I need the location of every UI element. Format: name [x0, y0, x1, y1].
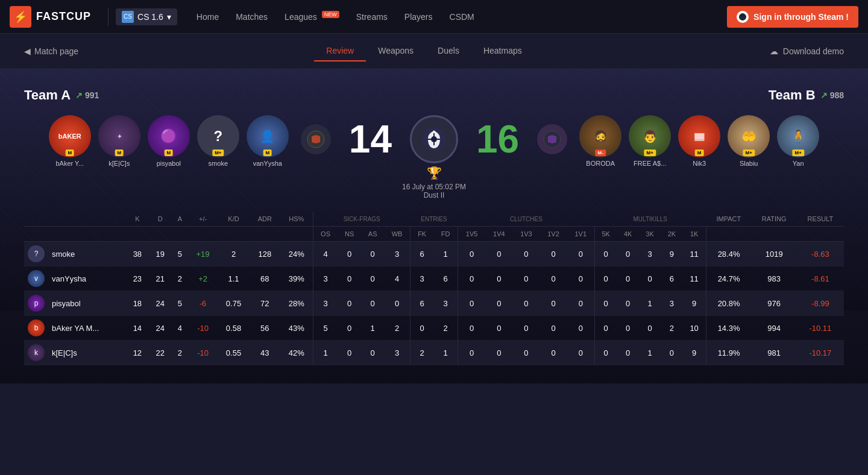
a-header: A — [172, 212, 189, 227]
row-d: 24 — [149, 291, 172, 316]
k1-sub: 1K — [683, 227, 706, 242]
row-impact: 14.3% — [706, 316, 751, 341]
row-v2: 0 — [539, 316, 567, 341]
row-avatar-cell: v — [24, 266, 48, 291]
ns-sub: NS — [338, 227, 361, 242]
row-k5: 0 — [594, 316, 617, 341]
player-free: 👨 M+ FREE A$... — [629, 115, 671, 167]
row-v1: 0 — [567, 341, 595, 365]
row-k: 12 — [126, 341, 149, 365]
row-wb: 4 — [384, 266, 410, 291]
tab-heatmaps[interactable]: Heatmaps — [471, 41, 534, 61]
kd-sub — [218, 227, 250, 242]
row-v4: 0 — [485, 242, 512, 266]
logo-text: FASTCUP — [36, 10, 91, 23]
player-pisya: 🟣 M pisyabol — [148, 115, 190, 167]
team-a-name: Team A — [24, 87, 71, 103]
match-header: ◀ Match page Review Weapons Duels Heatma… — [0, 34, 868, 69]
slabiu-rank: M+ — [743, 149, 755, 156]
row-result: -8.61 — [797, 266, 844, 291]
table-row: k k[E|C]s 12 22 2 -10 0.55 43 42% 1 0 0 … — [24, 341, 844, 365]
trend-up-icon: ↗ — [75, 90, 83, 100]
back-icon: ◀ — [24, 46, 31, 56]
row-k3: 1 — [639, 291, 661, 316]
row-rating: 976 — [751, 291, 796, 316]
row-k3: 1 — [639, 341, 661, 365]
row-k: 14 — [126, 316, 149, 341]
row-k4: 0 — [617, 291, 639, 316]
row-v4: 0 — [485, 316, 512, 341]
row-player-name: bAker YA M... — [52, 324, 99, 333]
nav-csdm[interactable]: CSDM — [442, 8, 482, 25]
kelcs-name: k[E|C]s — [108, 160, 130, 167]
pm-sub — [188, 227, 218, 242]
nav-leagues[interactable]: Leagues NEW — [277, 8, 347, 25]
tab-weapons[interactable]: Weapons — [366, 41, 426, 61]
player-boroda: 🧔 M- BORODA — [579, 115, 621, 167]
k3-sub: 3K — [639, 227, 661, 242]
download-demo-button[interactable]: ☁ Download demo — [770, 46, 844, 56]
row-fk: 0 — [410, 316, 433, 341]
nav-matches[interactable]: Matches — [228, 8, 275, 25]
row-k3: 0 — [639, 316, 661, 341]
boroda-avatar-container: 🧔 M- — [579, 115, 621, 157]
row-fd: 3 — [433, 291, 458, 316]
svg-point-1 — [741, 14, 744, 16]
tab-review[interactable]: Review — [314, 41, 366, 61]
row-fd: 1 — [433, 242, 458, 266]
tab-duels[interactable]: Duels — [426, 41, 471, 61]
stats-section: K D A +/- K/D ADR HS% SICK-FRAGS ENTRIES… — [0, 212, 868, 383]
v2-sub: 1v2 — [539, 227, 567, 242]
player-col-header — [24, 212, 126, 227]
row-fd: 6 — [433, 266, 458, 291]
team-b-name-row: Team B ↗ 988 — [769, 87, 844, 103]
sick-frags-header: SICK-FRAGS — [313, 212, 410, 227]
row-k2: 0 — [661, 341, 682, 365]
row-hs: 28% — [280, 291, 313, 316]
adr-header: ADR — [250, 212, 280, 227]
row-wb: 3 — [384, 242, 410, 266]
logo[interactable]: ⚡ FASTCUP — [10, 6, 91, 28]
row-impact: 28.4% — [706, 242, 751, 266]
free-avatar-container: 👨 M+ — [629, 115, 671, 157]
match-center: bAKER M bAker Y... ✦ M k[E|C]s 🟣 M — [24, 115, 844, 200]
vanyysha-name: vanYysha — [253, 160, 282, 167]
free-name: FREE A$... — [634, 160, 666, 167]
back-button[interactable]: ◀ Match page — [24, 46, 78, 56]
row-name-cell: pisyabol — [48, 291, 126, 316]
game-label: CS 1.6 — [137, 12, 163, 22]
kd-header: K/D — [218, 212, 250, 227]
row-rating: 994 — [751, 316, 796, 341]
fd-sub: FD — [433, 227, 458, 242]
team-a-rating-row: ↗ 991 — [75, 90, 99, 100]
smoke-name: smoke — [209, 160, 228, 167]
row-wb: 3 — [384, 341, 410, 365]
nav-home[interactable]: Home — [189, 8, 226, 25]
nik3-name: Nik3 — [693, 160, 706, 167]
row-k2: 6 — [661, 266, 682, 291]
row-k5: 0 — [594, 242, 617, 266]
kelcs-rank: M — [115, 149, 124, 156]
team-a-players: bAKER M bAker Y... ✦ M k[E|C]s 🟣 M — [49, 115, 289, 167]
row-k4: 0 — [617, 266, 639, 291]
baker-rank: M — [65, 149, 74, 156]
k4-sub: 4K — [617, 227, 639, 242]
sign-in-button[interactable]: Sign in through Steam ! — [727, 6, 858, 28]
row-hs: 42% — [280, 341, 313, 365]
pisya-name: pisyabol — [157, 160, 181, 167]
row-as: 1 — [361, 316, 384, 341]
player-nik3: ▓▓ M Nik3 — [678, 115, 720, 167]
row-k: 18 — [126, 291, 149, 316]
nav-players[interactable]: Players — [397, 8, 440, 25]
row-ns: 0 — [338, 341, 361, 365]
score-center: 14 16 🏆 16 July at 05 — [301, 115, 567, 200]
row-pm: -10 — [188, 316, 218, 341]
row-os: 3 — [313, 266, 338, 291]
row-k5: 0 — [594, 291, 617, 316]
yan-avatar-container: 🧍 M+ — [777, 115, 819, 157]
game-selector[interactable]: CS CS 1.6 ▾ — [116, 8, 177, 25]
match-date: 16 July at 05:02 PM — [402, 183, 466, 191]
download-label: Download demo — [783, 46, 844, 56]
row-ns: 0 — [338, 266, 361, 291]
nav-streams[interactable]: Streams — [349, 8, 395, 25]
